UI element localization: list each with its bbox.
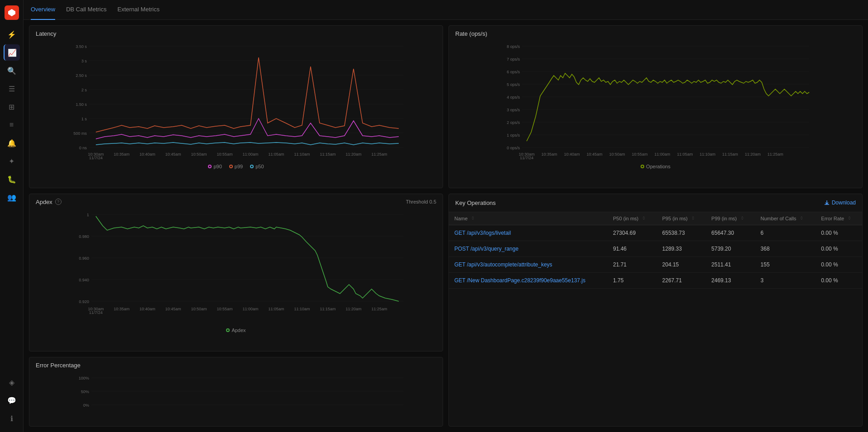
apdex-help-icon[interactable]: ? — [55, 199, 61, 205]
col-error-rate[interactable]: Error Rate — [816, 212, 862, 225]
svg-text:11:05am: 11:05am — [268, 152, 284, 157]
svg-text:11:25am: 11:25am — [371, 307, 387, 311]
svg-text:3 ops/s: 3 ops/s — [507, 108, 520, 112]
row-p95: 65538.73 — [657, 225, 706, 241]
svg-text:10:40am: 10:40am — [139, 307, 155, 311]
sidebar-item-users[interactable]: 👥 — [4, 189, 20, 205]
row-p50: 91.46 — [608, 241, 657, 256]
rate-legend: Operations — [449, 161, 862, 173]
top-navigation: Overview DB Call Metrics External Metric… — [24, 0, 868, 20]
svg-text:100%: 100% — [79, 376, 89, 380]
row-p99: 65647.30 — [706, 225, 755, 241]
latency-panel-header: Latency — [29, 26, 443, 40]
svg-text:10:45am: 10:45am — [586, 152, 602, 157]
sidebar-item-chart[interactable]: 📈 — [4, 44, 20, 61]
tab-overview[interactable]: Overview — [31, 0, 55, 20]
svg-text:4 ops/s: 4 ops/s — [507, 95, 520, 100]
download-button[interactable]: Download — [824, 199, 856, 206]
key-operations-header: Key Operations Download — [449, 194, 862, 212]
tab-db-call-metrics[interactable]: DB Call Metrics — [66, 0, 107, 20]
sidebar-item-workspace[interactable]: ◈ — [4, 374, 20, 390]
svg-text:11:15am: 11:15am — [722, 152, 738, 157]
sidebar-item-notifications[interactable]: 🔔 — [4, 135, 20, 151]
row-p99: 2469.13 — [706, 272, 755, 288]
svg-text:11:20am: 11:20am — [345, 307, 361, 311]
col-p50[interactable]: P50 (in ms) — [608, 212, 657, 225]
row-name[interactable]: GET /api/v3/autocomplete/attribute_keys — [449, 256, 608, 272]
col-name[interactable]: Name — [449, 212, 608, 225]
sort-icon — [847, 216, 852, 220]
row-p50: 27304.69 — [608, 225, 657, 241]
sidebar-item-activity[interactable]: ⚡ — [4, 26, 20, 43]
legend-apdex: Apdex — [226, 328, 245, 333]
row-error-rate: 0.00 % — [816, 225, 862, 241]
row-p95: 204.15 — [657, 256, 706, 272]
sidebar-item-logs[interactable]: ☰ — [4, 81, 20, 97]
svg-text:10:35am: 10:35am — [113, 152, 129, 157]
legend-p90: p90 — [208, 164, 222, 169]
sidebar-item-dashboards[interactable]: ⊞ — [4, 99, 20, 115]
svg-text:11:00am: 11:00am — [242, 152, 258, 157]
row-calls: 3 — [755, 272, 816, 288]
svg-text:11:20am: 11:20am — [745, 152, 760, 157]
svg-text:500 ms: 500 ms — [73, 131, 87, 136]
sidebar-item-integrations[interactable]: ✦ — [4, 153, 20, 169]
row-name[interactable]: POST /api/v3/query_range — [449, 241, 608, 256]
row-p50: 1.75 — [608, 272, 657, 288]
row-name[interactable]: GET /New DashboardPage.c28239f90e9aae55e… — [449, 272, 608, 288]
col-p99[interactable]: P99 (in ms) — [706, 212, 755, 225]
svg-text:11:10am: 11:10am — [294, 307, 310, 311]
svg-text:0 ops/s: 0 ops/s — [507, 146, 520, 150]
sidebar-item-chat[interactable]: 💬 — [4, 392, 20, 408]
row-p99: 5739.20 — [706, 241, 755, 256]
error-chart: 100% 50% 0% — [29, 371, 443, 411]
row-error-rate: 0.00 % — [816, 256, 862, 272]
rate-title: Rate (ops/s) — [455, 30, 487, 37]
svg-marker-0 — [8, 9, 15, 16]
sort-icon — [471, 216, 475, 220]
row-p95: 1289.33 — [657, 241, 706, 256]
svg-text:3.50 s: 3.50 s — [75, 44, 87, 49]
error-percentage-panel: Error Percentage 100% 50% 0% — [29, 357, 443, 427]
table-header-row: Name P50 (in ms) P95 (in m — [449, 212, 862, 225]
svg-text:0.980: 0.980 — [79, 234, 89, 239]
legend-operations: Operations — [641, 164, 670, 169]
svg-text:11:00am: 11:00am — [242, 307, 258, 311]
svg-text:8 ops/s: 8 ops/s — [507, 44, 520, 49]
tab-external-metrics[interactable]: External Metrics — [118, 0, 160, 20]
apdex-title: Apdex ? — [36, 199, 61, 205]
col-p95[interactable]: P95 (in ms) — [657, 212, 706, 225]
svg-text:1.50 s: 1.50 s — [75, 102, 87, 107]
row-error-rate: 0.00 % — [816, 272, 862, 288]
latency-legend: p90 p99 p50 — [29, 161, 443, 173]
svg-text:50%: 50% — [81, 389, 89, 394]
rate-panel: Rate (ops/s) 8 ops/s 7 ops/s — [448, 25, 863, 188]
sidebar-item-exceptions[interactable]: 🐛 — [4, 171, 20, 187]
col-calls[interactable]: Number of Calls — [755, 212, 816, 225]
sidebar-item-alerts[interactable]: ≡ — [4, 117, 20, 133]
row-calls: 368 — [755, 241, 816, 256]
svg-text:11:00am: 11:00am — [654, 152, 670, 157]
row-p50: 21.71 — [608, 256, 657, 272]
app-logo[interactable] — [5, 5, 19, 20]
sidebar-item-info[interactable]: ℹ — [4, 410, 20, 427]
svg-text:10:35am: 10:35am — [113, 307, 129, 311]
sort-icon — [799, 216, 804, 220]
apdex-panel-header: Apdex ? Threshold 0.5 — [29, 194, 443, 208]
row-name[interactable]: GET /api/v3/logs/livetail — [449, 225, 608, 241]
svg-text:10:50am: 10:50am — [191, 307, 207, 311]
svg-text:10:45am: 10:45am — [165, 152, 181, 157]
table-row: POST /api/v3/query_range 91.46 1289.33 5… — [449, 241, 862, 256]
sidebar-item-search[interactable]: 🔍 — [4, 62, 20, 79]
svg-text:11:10am: 11:10am — [294, 152, 310, 157]
latency-title: Latency — [36, 30, 57, 37]
legend-p99: p99 — [229, 164, 243, 169]
apdex-legend: Apdex — [29, 325, 443, 337]
svg-text:11:20am: 11:20am — [345, 152, 361, 157]
svg-text:11:15am: 11:15am — [320, 152, 335, 157]
sort-icon — [691, 216, 695, 220]
svg-text:2 s: 2 s — [81, 88, 87, 92]
content-area: Latency 3.50 s 3 s 2.50 s — [24, 20, 868, 432]
row-p95: 2267.71 — [657, 272, 706, 288]
svg-text:10:55am: 10:55am — [217, 307, 232, 311]
